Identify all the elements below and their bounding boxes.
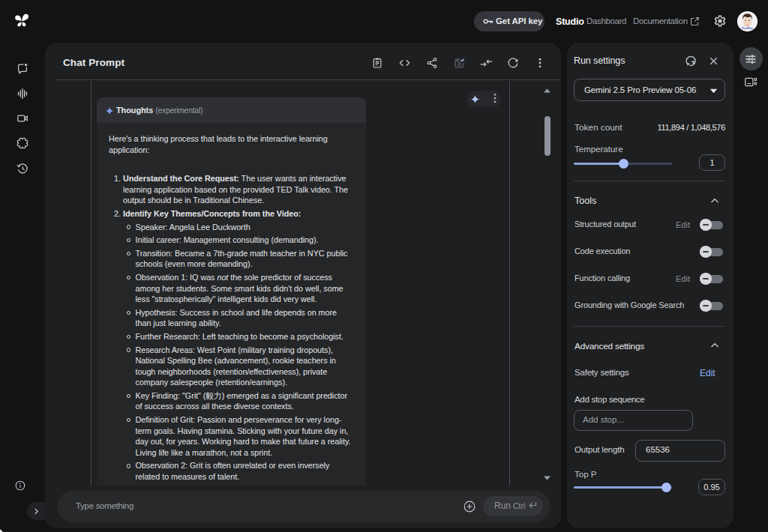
svg-text:TouPas: TouPas [742,26,753,30]
